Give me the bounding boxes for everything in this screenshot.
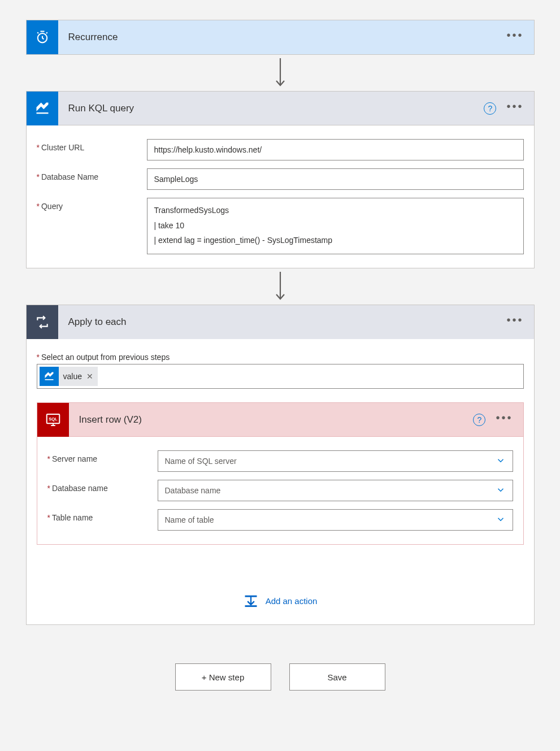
- table-name-row: *Table name Name of table: [47, 509, 513, 531]
- run-kql-menu-icon[interactable]: •••: [506, 101, 523, 116]
- connector-arrow-1: [26, 55, 535, 91]
- query-label: *Query: [37, 198, 147, 211]
- insert-row-header[interactable]: SQL Insert row (V2) ? •••: [37, 403, 523, 437]
- server-name-label: *Server name: [47, 450, 158, 463]
- select-output-label: *Select an output from previous steps: [37, 353, 524, 362]
- apply-menu-icon[interactable]: •••: [506, 314, 523, 330]
- step-run-kql: Run KQL query ? ••• *Cluster URL *Databa…: [26, 91, 535, 268]
- kusto-icon: [27, 92, 58, 125]
- svg-rect-6: [245, 605, 257, 607]
- apply-title: Apply to each: [58, 316, 507, 328]
- add-action-icon: [243, 593, 259, 609]
- value-token[interactable]: value ✕: [40, 367, 98, 386]
- insert-row-menu-icon[interactable]: •••: [496, 412, 513, 428]
- step-recurrence: Recurrence •••: [26, 20, 535, 55]
- apply-header[interactable]: Apply to each •••: [27, 305, 534, 339]
- save-button[interactable]: Save: [289, 663, 385, 691]
- apply-body: *Select an output from previous steps va…: [27, 353, 534, 624]
- select-output-input[interactable]: value ✕: [37, 364, 524, 389]
- clock-icon: [27, 20, 58, 54]
- step-apply-to-each: Apply to each ••• *Select an output from…: [26, 305, 535, 625]
- table-name-select[interactable]: Name of table: [158, 509, 513, 531]
- token-remove-icon[interactable]: ✕: [86, 372, 93, 381]
- sql-icon: SQL: [37, 403, 69, 437]
- svg-rect-1: [36, 112, 48, 114]
- connector-arrow-2: [26, 268, 535, 305]
- table-name-label: *Table name: [47, 509, 158, 522]
- cluster-url-input[interactable]: [147, 139, 524, 160]
- query-row: *Query TransformedSysLogs | take 10 | ex…: [37, 198, 524, 254]
- database-name-label: *Database Name: [37, 168, 147, 181]
- recurrence-menu-icon[interactable]: •••: [506, 29, 523, 45]
- server-name-select[interactable]: Name of SQL server: [158, 450, 513, 472]
- kusto-icon: [40, 367, 59, 386]
- recurrence-title: Recurrence: [58, 32, 507, 43]
- recurrence-header[interactable]: Recurrence •••: [27, 20, 534, 54]
- query-input[interactable]: TransformedSysLogs | take 10 | extend la…: [147, 198, 524, 254]
- database-name-row: *Database name Database name: [47, 480, 513, 501]
- db-name-label: *Database name: [47, 480, 158, 493]
- chevron-down-icon: [496, 455, 506, 467]
- db-name-select[interactable]: Database name: [158, 480, 513, 501]
- chevron-down-icon: [496, 485, 506, 497]
- chevron-down-icon: [496, 514, 506, 526]
- run-kql-header[interactable]: Run KQL query ? •••: [27, 92, 534, 125]
- svg-rect-2: [45, 379, 53, 380]
- help-icon[interactable]: ?: [484, 102, 496, 115]
- svg-text:SQL: SQL: [49, 416, 58, 422]
- cluster-url-row: *Cluster URL: [37, 139, 524, 160]
- token-label: value: [63, 372, 82, 381]
- database-name-row: *Database Name: [37, 168, 524, 190]
- loop-icon: [27, 305, 58, 339]
- cluster-url-label: *Cluster URL: [37, 139, 147, 152]
- run-kql-title: Run KQL query: [58, 103, 484, 114]
- run-kql-body: *Cluster URL *Database Name *Query Trans…: [27, 125, 534, 268]
- new-step-button[interactable]: + New step: [175, 663, 271, 691]
- add-action-button[interactable]: Add an action: [37, 593, 524, 609]
- server-name-row: *Server name Name of SQL server: [47, 450, 513, 472]
- step-insert-row: SQL Insert row (V2) ? ••• *Server name N…: [37, 402, 524, 545]
- help-icon[interactable]: ?: [473, 414, 485, 426]
- insert-row-body: *Server name Name of SQL server *Databas…: [37, 437, 523, 544]
- footer-buttons: + New step Save: [26, 663, 535, 691]
- database-name-input[interactable]: [147, 168, 524, 190]
- insert-row-title: Insert row (V2): [69, 414, 474, 426]
